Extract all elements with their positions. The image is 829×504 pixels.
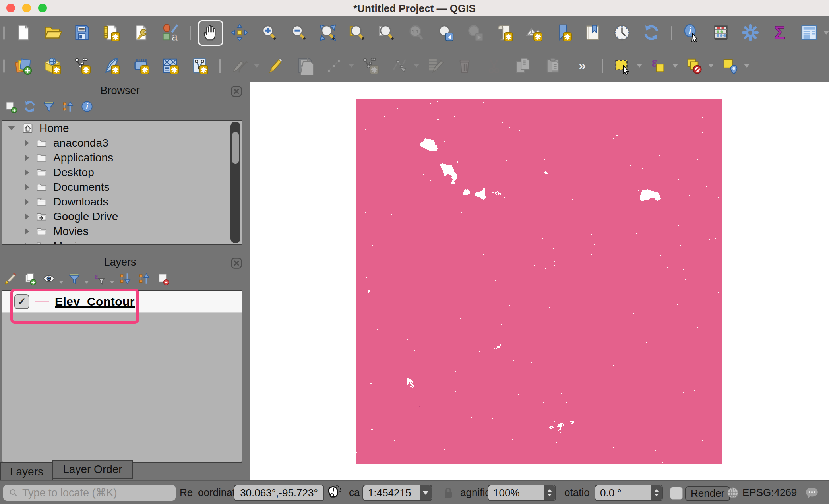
new-project-button[interactable] bbox=[11, 20, 36, 46]
browser-tree-item-music[interactable]: Music bbox=[2, 238, 242, 245]
cut-features-button[interactable] bbox=[482, 53, 507, 79]
add-vector-layer-button[interactable] bbox=[40, 53, 66, 79]
chevron-right-icon[interactable] bbox=[25, 213, 29, 220]
browser-tree-item-documents[interactable]: Documents bbox=[2, 180, 242, 194]
rotation-stepper[interactable] bbox=[651, 485, 662, 500]
dropdown-arrow-icon[interactable] bbox=[349, 64, 354, 68]
current-edits-button[interactable] bbox=[227, 53, 253, 79]
magnifier-spinbox[interactable]: 100% bbox=[488, 485, 556, 501]
vertex-tool-button[interactable] bbox=[387, 53, 413, 79]
select-by-value-button[interactable] bbox=[709, 20, 734, 46]
rotation-spinbox[interactable]: 0.0 ° bbox=[595, 485, 663, 501]
new-spatial-bookmark-button[interactable] bbox=[551, 20, 576, 46]
render-checkbox[interactable] bbox=[670, 487, 683, 500]
zoom-to-layer-button[interactable] bbox=[345, 20, 370, 46]
modify-attributes-button[interactable] bbox=[423, 53, 448, 79]
browser-tree-item-anaconda3[interactable]: anaconda3 bbox=[2, 136, 242, 150]
zoom-out-button[interactable] bbox=[286, 20, 312, 46]
data-source-manager-button[interactable] bbox=[11, 53, 36, 79]
dropdown-arrow-icon[interactable] bbox=[414, 64, 419, 68]
zoom-next-button[interactable] bbox=[463, 20, 488, 46]
select-by-location-button[interactable] bbox=[717, 53, 743, 79]
zoom-last-button[interactable] bbox=[433, 20, 459, 46]
new-print-layout-button[interactable] bbox=[99, 20, 124, 46]
select-by-expression-button[interactable]: ε bbox=[646, 53, 671, 79]
digitize-line-button[interactable] bbox=[322, 53, 347, 79]
dropdown-arrow-icon[interactable] bbox=[744, 64, 750, 68]
layout-manager-button[interactable] bbox=[128, 20, 154, 46]
chevron-right-icon[interactable] bbox=[25, 140, 29, 147]
layer-visibility-checkbox[interactable]: ✓ bbox=[14, 294, 29, 309]
crs-indicator[interactable]: EPSG:4269 bbox=[742, 481, 797, 504]
toolbar-drag-handle[interactable] bbox=[3, 26, 5, 40]
new-3d-map-view-button[interactable] bbox=[521, 20, 547, 46]
browser-tree-item-downloads[interactable]: Downloads bbox=[2, 194, 242, 209]
chevron-right-icon[interactable] bbox=[25, 169, 29, 176]
layer-name[interactable]: Elev_Contour bbox=[55, 295, 135, 308]
chevron-down-icon[interactable] bbox=[8, 126, 15, 130]
dropdown-arrow-icon[interactable] bbox=[708, 64, 714, 68]
browser-tree-item-movies[interactable]: Movies bbox=[2, 224, 242, 238]
chevron-right-icon[interactable] bbox=[25, 154, 29, 161]
zoom-native-button[interactable]: 1:1 bbox=[404, 20, 429, 46]
processing-toolbox-button[interactable] bbox=[738, 20, 763, 46]
browser-scrollbar[interactable] bbox=[230, 122, 240, 243]
dropdown-arrow-icon[interactable] bbox=[110, 281, 114, 284]
new-virtual-layer-button[interactable] bbox=[158, 53, 183, 79]
zoom-to-selection-button[interactable] bbox=[374, 20, 400, 46]
new-shapefile-layer-button[interactable] bbox=[70, 53, 95, 79]
toggle-editing-button[interactable] bbox=[263, 53, 289, 79]
locator-search-input[interactable]: Type to locate (⌘K) bbox=[3, 485, 176, 501]
copy-features-button[interactable] bbox=[511, 53, 537, 79]
remove-layer-button[interactable] bbox=[157, 272, 172, 287]
refresh-button[interactable] bbox=[23, 100, 38, 115]
show-bookmarks-button[interactable] bbox=[580, 20, 606, 46]
map-themes-button[interactable] bbox=[42, 272, 57, 287]
filter-expression-button[interactable]: ε bbox=[93, 272, 108, 287]
scale-dropdown-button[interactable] bbox=[420, 485, 432, 500]
dropdown-arrow-icon[interactable] bbox=[672, 64, 678, 68]
map-canvas[interactable] bbox=[250, 82, 829, 480]
mouse-extent-icon[interactable] bbox=[326, 484, 343, 501]
temporal-controller-button[interactable] bbox=[610, 20, 635, 46]
tab-layers[interactable]: Layers bbox=[0, 462, 53, 482]
tab-layer-order[interactable]: Layer Order bbox=[52, 460, 133, 479]
browser-tree-item-applications[interactable]: Applications bbox=[2, 150, 242, 165]
chevron-right-icon[interactable] bbox=[25, 198, 29, 205]
dropdown-arrow-icon[interactable] bbox=[254, 64, 260, 68]
collapse-all-button[interactable] bbox=[61, 100, 76, 115]
new-geopackage-layer-button[interactable] bbox=[99, 53, 124, 79]
browser-tree-item-desktop[interactable]: Desktop bbox=[2, 165, 242, 180]
attribute-table-button[interactable] bbox=[797, 20, 822, 46]
pan-map-button[interactable] bbox=[198, 20, 223, 46]
lock-scale-icon[interactable] bbox=[441, 486, 455, 500]
messages-icon[interactable] bbox=[804, 485, 820, 502]
delete-selected-button[interactable] bbox=[452, 53, 478, 79]
overflow-button[interactable]: » bbox=[570, 53, 595, 79]
add-record-button[interactable] bbox=[358, 53, 383, 79]
new-mesh-layer-button[interactable] bbox=[128, 53, 154, 79]
add-group-button[interactable] bbox=[23, 272, 38, 287]
layer-styling-button[interactable] bbox=[4, 272, 19, 287]
properties-button[interactable]: i bbox=[80, 100, 95, 115]
new-map-view-button[interactable] bbox=[492, 20, 517, 46]
browser-close-button[interactable] bbox=[230, 85, 242, 97]
select-features-button[interactable] bbox=[610, 53, 635, 79]
browser-tree-item-google-drive[interactable]: Google Drive bbox=[2, 209, 242, 224]
collapse-all-button[interactable] bbox=[138, 272, 153, 287]
expand-all-button[interactable] bbox=[118, 272, 134, 287]
magnifier-stepper[interactable] bbox=[544, 485, 555, 500]
dropdown-arrow-icon[interactable] bbox=[823, 31, 829, 35]
new-scratch-layer-button[interactable] bbox=[187, 53, 213, 79]
toolbar-drag-handle[interactable] bbox=[3, 59, 5, 73]
paste-features-button[interactable] bbox=[540, 53, 566, 79]
save-project-button[interactable] bbox=[70, 20, 95, 46]
identify-features-button[interactable]: i bbox=[679, 20, 705, 46]
zoom-full-button[interactable] bbox=[316, 20, 341, 46]
dropdown-arrow-icon[interactable] bbox=[637, 64, 642, 68]
dropdown-arrow-icon[interactable] bbox=[84, 281, 89, 284]
chevron-right-icon[interactable] bbox=[25, 242, 29, 245]
refresh-button[interactable] bbox=[639, 20, 664, 46]
coordinate-input[interactable]: 30.063°,-95.723° bbox=[234, 485, 324, 501]
style-manager-button[interactable]: a bbox=[158, 20, 183, 46]
